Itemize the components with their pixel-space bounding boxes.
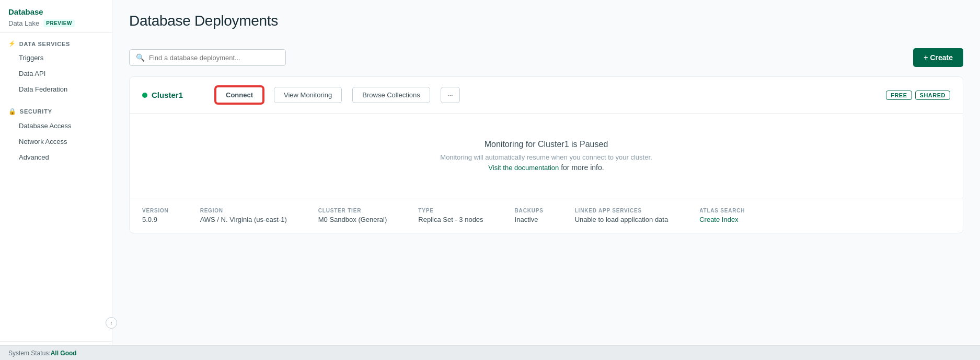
cluster-info-row: VERSION 5.0.9 REGION AWS / N. Virginia (… — [130, 198, 963, 233]
sidebar-top: Database Data Lake PREVIEW — [0, 0, 112, 33]
status-prefix: System Status: — [8, 350, 51, 357]
sidebar-datalake-row: Data Lake PREVIEW — [8, 19, 103, 27]
sidebar-datalake-text: Data Lake — [8, 19, 39, 27]
region-value: AWS / N. Virginia (us-east-1) — [200, 216, 287, 223]
backups-value: Inactive — [515, 216, 544, 223]
data-services-section: ⚡ DATA SERVICES Triggers Data API Data F… — [0, 33, 112, 100]
preview-badge: PREVIEW — [43, 19, 75, 27]
cluster-tier-label: CLUSTER TIER — [318, 208, 387, 213]
data-services-label: ⚡ DATA SERVICES — [8, 40, 103, 47]
server-icon: ⚡ — [8, 40, 16, 47]
cluster-info-linked-app: LINKED APP SERVICES Unable to load appli… — [575, 208, 668, 223]
cluster-status-dot — [142, 93, 147, 98]
sidebar: Database Data Lake PREVIEW ⚡ DATA SERVIC… — [0, 0, 112, 360]
cluster-info-region: REGION AWS / N. Virginia (us-east-1) — [200, 208, 287, 223]
cluster-tier-value: M0 Sandbox (General) — [318, 216, 387, 223]
sidebar-item-advanced[interactable]: Advanced — [10, 150, 101, 165]
type-label: TYPE — [418, 208, 483, 213]
cluster-header: Cluster1 Connect View Monitoring Browse … — [130, 77, 963, 114]
status-bar: System Status: All Good — [0, 345, 980, 360]
lock-icon: 🔒 — [8, 108, 17, 115]
sidebar-item-database-access[interactable]: Database Access — [10, 118, 101, 133]
monitoring-paused-link-suffix: for more info. — [559, 163, 604, 172]
main-content: Database Deployments 🔍 + Create Cluster1… — [112, 0, 980, 360]
page-title: Database Deployments — [129, 13, 278, 29]
monitoring-paused-link-row: Visit the documentation for more info. — [142, 163, 950, 172]
more-options-button[interactable]: ··· — [441, 87, 460, 103]
cluster-info-backups: BACKUPS Inactive — [515, 208, 544, 223]
monitoring-paused-section: Monitoring for Cluster1 is Paused Monito… — [130, 114, 963, 198]
cluster-info-version: VERSION 5.0.9 — [142, 208, 169, 223]
status-text: All Good — [51, 350, 77, 357]
monitoring-paused-desc: Monitoring will automatically resume whe… — [142, 153, 950, 161]
cluster-info-tier: CLUSTER TIER M0 Sandbox (General) — [318, 208, 387, 223]
create-index-link[interactable]: Create Index — [699, 216, 745, 223]
sidebar-item-data-api[interactable]: Data API — [10, 66, 101, 81]
region-label: REGION — [200, 208, 287, 213]
view-monitoring-button[interactable]: View Monitoring — [274, 87, 342, 103]
search-input[interactable] — [149, 54, 279, 62]
cluster-name: Cluster1 — [152, 91, 183, 99]
tag-shared: SHARED — [915, 91, 950, 100]
security-section: 🔒 SECURITY Database Access Network Acces… — [0, 100, 112, 168]
cluster-name-row: Cluster1 — [142, 91, 205, 99]
security-label: 🔒 SECURITY — [8, 108, 103, 115]
sidebar-item-data-federation[interactable]: Data Federation — [10, 82, 101, 97]
sidebar-collapse-button[interactable]: ‹ — [106, 317, 117, 329]
search-bar: 🔍 — [129, 49, 286, 66]
sidebar-item-triggers[interactable]: Triggers — [10, 50, 101, 65]
visit-documentation-link[interactable]: Visit the documentation — [488, 164, 559, 172]
monitoring-paused-title: Monitoring for Cluster1 is Paused — [142, 140, 950, 149]
cluster-info-type: TYPE Replica Set - 3 nodes — [418, 208, 483, 223]
linked-app-label: LINKED APP SERVICES — [575, 208, 668, 213]
create-button[interactable]: + Create — [913, 48, 963, 67]
sidebar-database-label: Database — [8, 7, 103, 16]
atlas-search-label: ATLAS SEARCH — [699, 208, 745, 213]
sidebar-item-network-access[interactable]: Network Access — [10, 134, 101, 149]
cluster-info-atlas-search: ATLAS SEARCH Create Index — [699, 208, 745, 223]
cluster-card: Cluster1 Connect View Monitoring Browse … — [129, 76, 963, 233]
chevron-left-icon: ‹ — [110, 320, 112, 326]
connect-button[interactable]: Connect — [215, 86, 263, 104]
tag-free: FREE — [886, 91, 912, 100]
browse-collections-button[interactable]: Browse Collections — [352, 87, 430, 103]
version-label: VERSION — [142, 208, 169, 213]
type-value: Replica Set - 3 nodes — [418, 216, 483, 223]
linked-app-value: Unable to load application data — [575, 216, 668, 223]
search-bar-row: 🔍 + Create — [129, 48, 963, 67]
search-icon: 🔍 — [136, 53, 145, 62]
version-value: 5.0.9 — [142, 216, 169, 223]
cluster-tags: FREE SHARED — [886, 91, 950, 100]
backups-label: BACKUPS — [515, 208, 544, 213]
